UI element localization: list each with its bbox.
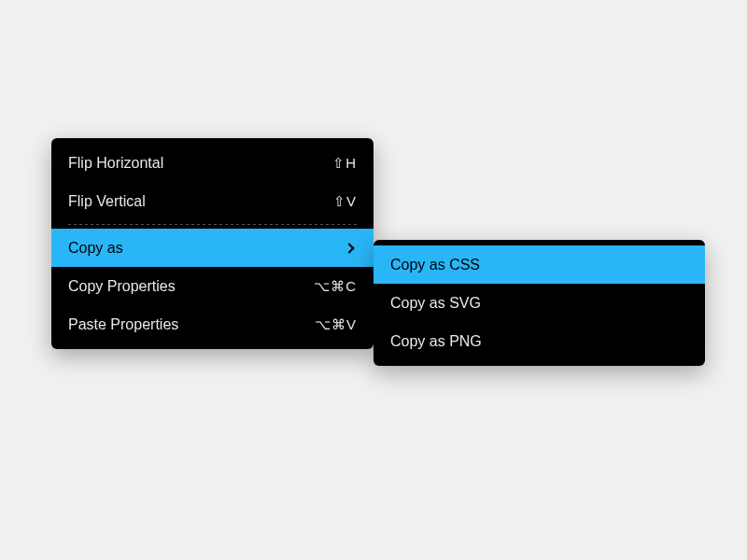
- chevron-right-icon: [344, 243, 354, 253]
- menu-item-label: Copy as SVG: [390, 295, 688, 312]
- menu-item-copy-as[interactable]: Copy as: [51, 229, 374, 267]
- menu-item-copy-as-css[interactable]: Copy as CSS: [374, 245, 705, 284]
- context-submenu: Copy as CSS Copy as SVG Copy as PNG: [374, 240, 705, 366]
- menu-item-label: Copy Properties: [68, 278, 314, 295]
- context-menu: Flip Horizontal ⇧H Flip Vertical ⇧V Copy…: [51, 138, 374, 349]
- menu-item-copy-as-png[interactable]: Copy as PNG: [374, 322, 705, 360]
- menu-item-label: Paste Properties: [68, 316, 315, 333]
- menu-item-label: Copy as PNG: [390, 333, 688, 350]
- menu-item-shortcut: ⌥⌘C: [314, 278, 357, 295]
- menu-item-paste-properties[interactable]: Paste Properties ⌥⌘V: [51, 305, 374, 343]
- menu-item-label: Flip Horizontal: [68, 155, 332, 172]
- menu-item-label: Copy as CSS: [390, 257, 688, 273]
- menu-item-copy-properties[interactable]: Copy Properties ⌥⌘C: [51, 267, 374, 305]
- menu-item-shortcut: ⇧H: [332, 155, 357, 172]
- menu-item-shortcut: ⌥⌘V: [315, 316, 357, 333]
- menu-item-flip-horizontal[interactable]: Flip Horizontal ⇧H: [51, 144, 374, 182]
- menu-separator: [68, 224, 357, 225]
- menu-item-label: Flip Vertical: [68, 193, 333, 210]
- menu-item-shortcut: ⇧V: [333, 193, 357, 210]
- menu-item-flip-vertical[interactable]: Flip Vertical ⇧V: [51, 182, 374, 220]
- menu-item-label: Copy as: [68, 240, 345, 257]
- menu-item-copy-as-svg[interactable]: Copy as SVG: [374, 284, 705, 322]
